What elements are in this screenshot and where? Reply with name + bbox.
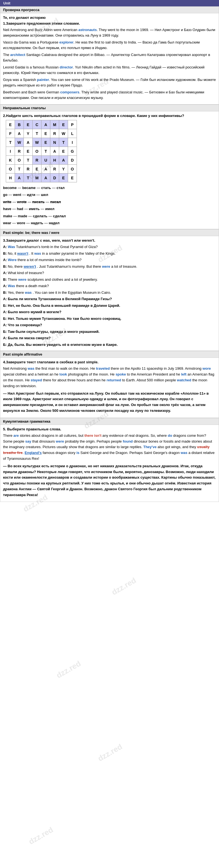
section1-title: Проверка прогресса bbox=[0, 7, 219, 13]
dlg-en-6-speaker: B: bbox=[3, 277, 8, 282]
cell-0-7: P bbox=[68, 120, 77, 129]
para5-keyword: painter bbox=[37, 78, 49, 82]
cell-0-1: B bbox=[15, 120, 24, 129]
task2-instruction: 2.Найдите шесть неправильных глаголов в … bbox=[3, 114, 216, 118]
word-entry-go: go — went — идти — шел bbox=[3, 191, 216, 198]
word-make-inf: make bbox=[3, 214, 12, 218]
dlg-en-8: B: Yes, there was . You can see it in th… bbox=[3, 290, 216, 296]
dlg-ru-6-speaker: Б: bbox=[3, 330, 8, 334]
para2-en-after: . He was the first to sail directly to I… bbox=[74, 40, 137, 44]
dlg-ru-2: Б: Нет, не было. Она была в меньшей пира… bbox=[3, 303, 216, 308]
para2-keyword: explorer bbox=[60, 40, 74, 44]
para6-keyword: composers bbox=[60, 90, 79, 94]
dlg-ru-2-text: Нет, не было. Она была в меньшей пирамид… bbox=[8, 304, 120, 308]
cell-3-3: O bbox=[33, 147, 41, 156]
para3-en-after: Santiago Calatrava designed the airport … bbox=[25, 53, 105, 57]
dlg-en-4-text-mid: . Just Tutankhamun's mummy. But there bbox=[37, 265, 102, 269]
cell-1-4: E bbox=[41, 129, 50, 138]
cell-6-3: M bbox=[33, 174, 41, 182]
task1-instruction: 1.Завершите предложения этими словами. bbox=[3, 21, 216, 26]
cell-2-0: T bbox=[6, 138, 15, 147]
dlg-en-2-verb2: was bbox=[34, 251, 41, 255]
word-go-ru-past: шел bbox=[41, 193, 48, 197]
dlg-en-3-speaker: A: bbox=[3, 258, 8, 262]
dlg-en-3: A: Were there a lot of mummies inside th… bbox=[3, 257, 216, 263]
cell-6-1: A bbox=[15, 174, 24, 182]
verb-left: left bbox=[181, 372, 187, 376]
dlg-ru-1: А: Была ли могила Тутанхамона в Великой … bbox=[3, 296, 216, 302]
word-wear-sep1: — bbox=[12, 221, 17, 225]
section-irregular-verbs: Неправильные глаголы 2.Найдите шесть неп… bbox=[0, 104, 219, 229]
dlg-ru-1-speaker: А: bbox=[3, 297, 8, 301]
dlg-en-1-verb: Was bbox=[8, 245, 15, 249]
dlg-ru-7: А: Была ли маска смерти? bbox=[3, 335, 216, 341]
para-calatrava: The architect Santiago Calatrava designe… bbox=[3, 52, 216, 63]
word-make-sep2: — bbox=[28, 214, 33, 218]
cell-6-4: A bbox=[41, 174, 50, 182]
cell-0-4: A bbox=[41, 120, 50, 129]
para6-en-after: . They wrote and played classical music. bbox=[79, 90, 144, 94]
cell-4-7: D bbox=[68, 156, 77, 165]
cell-6-5: D bbox=[50, 174, 59, 182]
cell-4-4: U bbox=[41, 156, 50, 165]
cell-2-4: E bbox=[41, 138, 50, 147]
section2-title: Неправильные глаголы bbox=[0, 105, 219, 112]
section4-title: Past simple affirmative bbox=[0, 351, 219, 358]
cell-0-6: E bbox=[59, 120, 68, 129]
word-wear-past: wore bbox=[17, 221, 25, 225]
cell-2-3: W bbox=[33, 138, 41, 147]
para-beethoven: Beethoven and Bach were German composers… bbox=[3, 90, 216, 100]
englands-label: England's bbox=[25, 451, 42, 455]
grid-row-0: E B E C A M E P bbox=[6, 120, 77, 129]
dlg-ru-7-text: Была ли маска смерти? bbox=[8, 336, 50, 340]
dlg-en-4-verb1: weren't bbox=[24, 265, 36, 269]
word-go-past: went bbox=[13, 193, 21, 197]
word-entry-wear: wear — wore — надеть — надел bbox=[3, 220, 216, 226]
dlg-ru-4-text: Нет. Только мумия Тутанхамона. Но там бы… bbox=[8, 316, 121, 321]
cell-4-3: R bbox=[33, 156, 41, 165]
dlg-en-6-verb: were bbox=[18, 277, 27, 282]
cell-0-5: M bbox=[50, 120, 59, 129]
cell-3-1: R bbox=[15, 147, 24, 156]
verb-do: do bbox=[168, 433, 172, 438]
dlg-en-5-text: What kind of treasure? bbox=[8, 271, 44, 275]
grid-row-1: F A Y T E R W L bbox=[6, 129, 77, 138]
dlg-en-2-text-after: in a smaller pyramid in the Valley of th… bbox=[42, 251, 116, 255]
word-write-sep1: — bbox=[12, 200, 17, 204]
dlg-en-4-speaker: B: bbox=[3, 265, 8, 269]
unit-header: Unit bbox=[0, 0, 219, 6]
word-become-ru-inf: стать bbox=[41, 186, 51, 190]
cell-5-1: T bbox=[15, 165, 24, 174]
word-entry-make: make — made — сделать — сделал bbox=[3, 213, 216, 219]
word-entry-become: become — became — стать — стал bbox=[3, 185, 216, 191]
dlg-ru-6-text: Там были скульптуры, одежда и много укра… bbox=[8, 330, 100, 334]
para5-en-after: . You can see some of his work at the Pr… bbox=[49, 78, 135, 82]
word-have-inf: have bbox=[3, 207, 11, 211]
task5-instruction: 5. Выберите правильные слова. bbox=[3, 427, 216, 431]
word-wear-ru-past: надел bbox=[49, 221, 60, 225]
cell-6-2: T bbox=[24, 174, 33, 182]
verb-say: say bbox=[25, 439, 31, 443]
dlg-en-1: A: Was Tutankhamun's tomb in the Great P… bbox=[3, 244, 216, 250]
cell-0-0: E bbox=[6, 120, 15, 129]
dlg-en-7-text: there a death mask? bbox=[16, 284, 49, 288]
para4-en-before: Leonid Gaidai is a famous Russian bbox=[3, 65, 60, 69]
dlg-en-6: B: There were sculptures and clothes and… bbox=[3, 277, 216, 282]
cell-1-3: T bbox=[33, 129, 41, 138]
word-write-sep3: — bbox=[46, 200, 50, 204]
verb-was: was bbox=[28, 366, 35, 371]
dlg-en-8-verb: was bbox=[25, 290, 32, 294]
dlg-en-3-text: there a lot of mummies inside the tomb? bbox=[18, 258, 81, 262]
cell-4-6: A bbox=[59, 156, 68, 165]
dlg-en-8-speaker: B: bbox=[3, 290, 8, 294]
past-simple-ru: — Нил Армстронг был первым, кто отправил… bbox=[3, 391, 216, 414]
dlg-en-6-text-before: There bbox=[8, 277, 18, 282]
cumulative-ru: — Во всех культурах есть истории о драко… bbox=[3, 463, 216, 498]
cell-4-2: T bbox=[24, 156, 33, 165]
para1-keyword: astronauts bbox=[78, 28, 97, 32]
word-make-ru-past: сделал bbox=[53, 214, 66, 218]
word-have-ru-inf: иметь bbox=[29, 207, 40, 211]
word-wear-ru-inf: надеть bbox=[31, 221, 43, 225]
cell-3-7: G bbox=[68, 147, 77, 156]
para3-en-before: The bbox=[3, 53, 10, 57]
